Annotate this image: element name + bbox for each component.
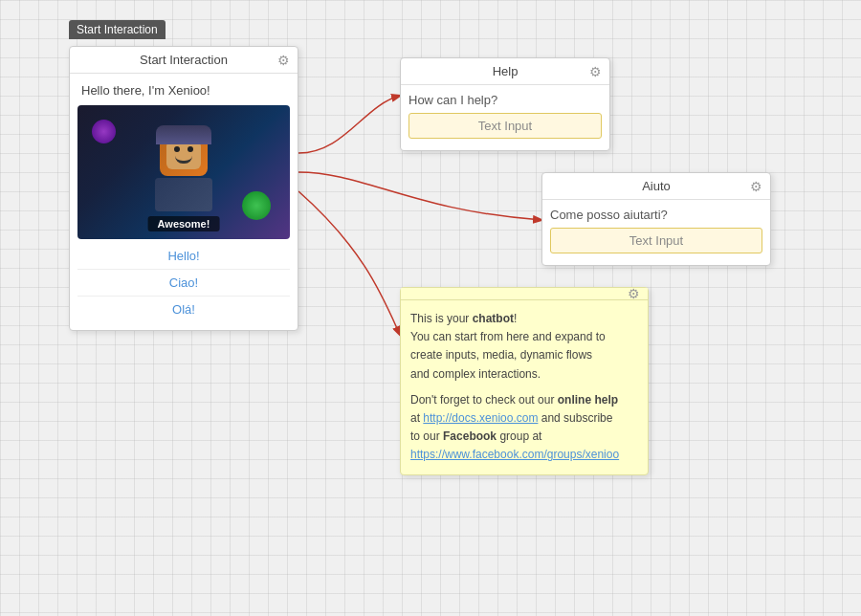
aiuto-prompt: Come posso aiutarti? [550,208,762,222]
node-aiuto-header: Aiuto ⚙ [542,173,770,200]
node-aiuto-gear-icon[interactable]: ⚙ [750,179,762,194]
robot-eyes [174,146,193,152]
node-help-header: Help ⚙ [401,58,609,85]
info-online-help-bold: online help [558,393,618,407]
node-start-header: Start Interaction ⚙ [70,47,298,74]
light-purple [92,120,116,143]
info-line1-pre: This is your [410,312,473,325]
node-help: Help ⚙ How can I help? Text Input [400,57,610,151]
info-line3: create inputs, media, dynamic flows [410,348,592,362]
light-green [242,191,271,220]
node-start-title: Start Interaction [140,53,228,67]
node-info: ⚙ This is your chatbot! You can start fr… [400,287,649,475]
info-line6-pre: at [410,411,423,425]
help-prompt: How can I help? [408,93,602,107]
info-line6-end: and subscribe [538,411,612,425]
robot-suit [155,178,212,211]
info-facebook-link[interactable]: https://www.facebook.com/groups/xenioo [410,448,619,461]
node-aiuto: Aiuto ⚙ Come posso aiutarti? Text Input [541,172,771,266]
button-ola[interactable]: Olá! [77,297,290,322]
robot-eye-right [188,146,193,152]
robot-image: Awesome! [77,105,290,239]
robot-head [160,133,208,176]
robot-face [166,141,201,169]
start-interaction-label: Start Interaction [69,20,166,39]
info-line5-pre: Don't forget to check out our [410,393,558,407]
info-chatbot-bold: chatbot [473,312,514,325]
robot-smile [175,156,192,164]
awesome-badge: Awesome! [148,216,220,231]
node-start-body: Hello there, I'm Xenioo! Awesome [70,74,298,330]
button-hello[interactable]: Hello! [77,243,290,270]
node-aiuto-title: Aiuto [642,179,671,193]
button-ciao[interactable]: Ciao! [77,270,290,297]
node-info-header: ⚙ [401,288,648,300]
node-aiuto-body: Come posso aiutarti? Text Input [542,200,770,265]
info-line1-end: ! [514,312,517,325]
help-text-input[interactable]: Text Input [408,113,602,139]
aiuto-text-input[interactable]: Text Input [550,228,762,253]
info-docs-link[interactable]: http://docs.xenioo.com [423,411,538,425]
node-help-title: Help [493,64,519,78]
info-spacer [410,384,638,391]
info-line7-pre: to our [410,429,443,443]
robot-eye-left [174,146,180,152]
node-help-gear-icon[interactable]: ⚙ [589,64,602,79]
robot-helmet [156,125,211,144]
node-info-gear-icon[interactable]: ⚙ [628,286,640,301]
greeting-text: Hello there, I'm Xenioo! [77,81,290,99]
node-start: Start Interaction Start Interaction ⚙ He… [69,46,298,331]
info-line2: You can start from here and expand to [410,330,606,343]
info-line7-end: group at [497,429,541,443]
node-start-gear-icon[interactable]: ⚙ [277,53,290,68]
info-facebook-bold: Facebook [443,429,497,443]
node-info-body: This is your chatbot! You can start from… [401,300,648,474]
info-line4: and complex interactions. [410,367,541,381]
node-help-body: How can I help? Text Input [401,85,609,150]
robot-body [155,133,212,211]
